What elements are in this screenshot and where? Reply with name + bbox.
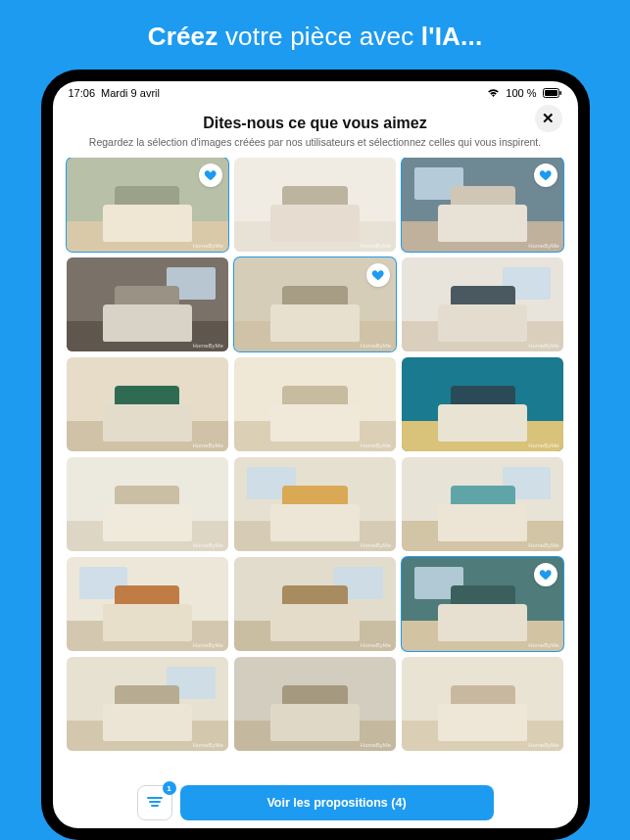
- battery-icon: [543, 88, 562, 98]
- watermark: HomeByMe: [361, 542, 391, 548]
- image-tile[interactable]: HomeByMe: [67, 457, 228, 551]
- svg-rect-1: [545, 90, 557, 96]
- room-render: HomeByMe: [234, 657, 396, 751]
- cta-label: Voir les propositions (4): [267, 796, 406, 810]
- svg-rect-2: [559, 91, 561, 95]
- header: ✕ Dites-nous ce que vous aimez Regardez …: [53, 101, 578, 158]
- page-title: Dites-nous ce que vous aimez: [69, 115, 562, 132]
- room-render: HomeByMe: [67, 457, 228, 551]
- image-tile[interactable]: HomeByMe: [402, 257, 563, 351]
- image-tile[interactable]: HomeByMe: [402, 457, 563, 551]
- watermark: HomeByMe: [192, 443, 222, 448]
- promo-headline: Créez votre pièce avec l'IA...: [148, 22, 483, 52]
- heart-icon[interactable]: [199, 163, 222, 187]
- bottom-bar: 1 Voir les propositions (4): [53, 785, 578, 820]
- filter-badge: 1: [163, 781, 176, 795]
- status-time: 17:06: [69, 87, 96, 99]
- filter-icon: [147, 794, 163, 812]
- room-render: HomeByMe: [67, 357, 228, 451]
- page-subtitle: Regardez la sélection d'images créées pa…: [69, 136, 562, 148]
- image-tile[interactable]: HomeByMe: [402, 357, 563, 451]
- image-tile[interactable]: HomeByMe: [67, 557, 228, 651]
- watermark: HomeByMe: [192, 742, 222, 748]
- device-frame: 17:06 Mardi 9 avril 100 % ✕ Dites-nous c…: [41, 70, 590, 840]
- image-tile[interactable]: HomeByMe: [234, 357, 396, 451]
- room-render: HomeByMe: [402, 657, 563, 751]
- room-render: HomeByMe: [234, 557, 396, 651]
- watermark: HomeByMe: [528, 742, 558, 748]
- watermark: HomeByMe: [192, 343, 222, 349]
- image-tile[interactable]: HomeByMe: [234, 158, 396, 252]
- status-bar: 17:06 Mardi 9 avril 100 %: [53, 81, 578, 101]
- image-tile[interactable]: HomeByMe: [67, 657, 228, 751]
- image-tile[interactable]: HomeByMe: [67, 158, 228, 252]
- image-tile[interactable]: HomeByMe: [67, 257, 228, 351]
- watermark: HomeByMe: [361, 642, 391, 648]
- image-tile[interactable]: HomeByMe: [234, 257, 396, 351]
- watermark: HomeByMe: [361, 243, 391, 249]
- watermark: HomeByMe: [192, 542, 222, 548]
- room-render: HomeByMe: [234, 457, 396, 551]
- close-button[interactable]: ✕: [535, 105, 562, 132]
- image-tile[interactable]: HomeByMe: [402, 557, 563, 651]
- room-render: HomeByMe: [234, 158, 396, 252]
- watermark: HomeByMe: [528, 542, 558, 548]
- watermark: HomeByMe: [192, 243, 222, 249]
- watermark: HomeByMe: [361, 443, 391, 448]
- watermark: HomeByMe: [528, 642, 558, 648]
- view-proposals-button[interactable]: Voir les propositions (4): [180, 785, 494, 820]
- watermark: HomeByMe: [361, 343, 391, 349]
- image-tile[interactable]: HomeByMe: [234, 657, 396, 751]
- close-icon: ✕: [542, 110, 555, 127]
- room-render: HomeByMe: [234, 357, 396, 451]
- image-tile[interactable]: HomeByMe: [234, 457, 396, 551]
- image-tile[interactable]: HomeByMe: [402, 158, 563, 252]
- status-date: Mardi 9 avril: [101, 87, 160, 99]
- image-tile[interactable]: HomeByMe: [67, 357, 228, 451]
- room-render: HomeByMe: [67, 257, 228, 351]
- room-render: HomeByMe: [402, 457, 563, 551]
- room-render: HomeByMe: [67, 557, 228, 651]
- watermark: HomeByMe: [528, 243, 558, 249]
- watermark: HomeByMe: [361, 742, 391, 748]
- status-battery-text: 100 %: [506, 87, 536, 99]
- wifi-icon: [487, 88, 500, 98]
- room-render: HomeByMe: [402, 357, 563, 451]
- watermark: HomeByMe: [528, 343, 558, 349]
- watermark: HomeByMe: [528, 443, 558, 448]
- room-render: HomeByMe: [67, 657, 228, 751]
- filter-button[interactable]: 1: [137, 785, 172, 820]
- heart-icon[interactable]: [366, 263, 390, 287]
- image-tile[interactable]: HomeByMe: [402, 657, 563, 751]
- watermark: HomeByMe: [192, 642, 222, 648]
- image-tile[interactable]: HomeByMe: [234, 557, 396, 651]
- image-grid: HomeByMeHomeByMeHomeByMeHomeByMeHomeByMe…: [53, 158, 578, 828]
- room-render: HomeByMe: [402, 257, 563, 351]
- screen: 17:06 Mardi 9 avril 100 % ✕ Dites-nous c…: [53, 81, 578, 828]
